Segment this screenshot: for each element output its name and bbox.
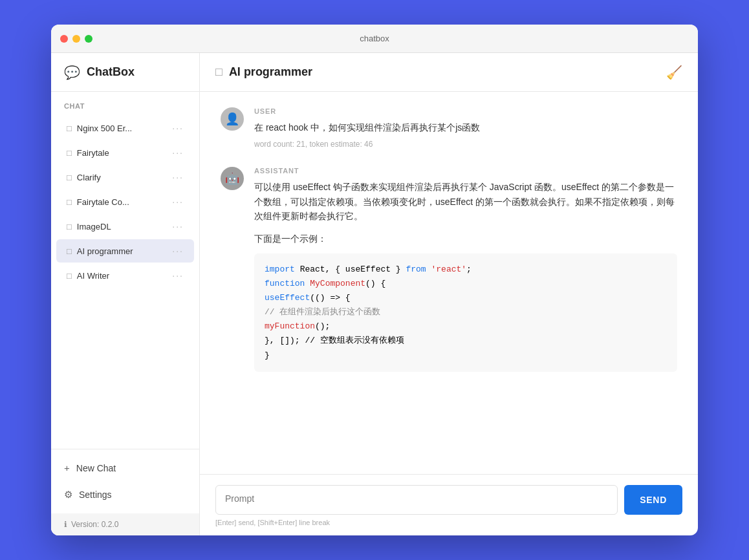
message-content-0: USER 在 react hook 中，如何实现组件渲染后再执行某个js函数 w… bbox=[254, 107, 677, 149]
version-bar: ℹ Version: 0.2.0 bbox=[51, 513, 199, 535]
chat-item-icon: □ bbox=[67, 124, 72, 133]
app-window: chatbox 💬 ChatBox CHAT □ Nginx 500 Er...… bbox=[51, 25, 698, 535]
message-1: 🤖 ASSISTANT 可以使用 useEffect 钩子函数来实现组件渲染后再… bbox=[221, 167, 677, 371]
maximize-dot[interactable] bbox=[85, 35, 92, 43]
window-controls bbox=[60, 35, 92, 43]
message-content-1: ASSISTANT 可以使用 useEffect 钩子函数来实现组件渲染后再执行… bbox=[254, 167, 677, 371]
chat-item-name: AI programmer bbox=[77, 246, 167, 256]
clear-chat-button[interactable]: 🧹 bbox=[666, 65, 682, 80]
code-line: } bbox=[265, 349, 667, 363]
chat-item-name: Clarify bbox=[77, 173, 167, 182]
gear-icon: ⚙ bbox=[64, 489, 72, 501]
new-chat-label: New Chat bbox=[76, 463, 116, 473]
close-dot[interactable] bbox=[60, 35, 68, 43]
chat-header-icon: □ bbox=[215, 65, 223, 79]
sidebar-item-clarify[interactable]: □ Clarify ··· bbox=[56, 166, 194, 189]
code-line: }, []); // 空数组表示没有依赖项 bbox=[265, 334, 667, 348]
app-name: ChatBox bbox=[87, 65, 135, 79]
settings-button[interactable]: ⚙ Settings bbox=[51, 481, 199, 508]
code-block: import React, { useEffect } from 'react'… bbox=[254, 253, 677, 372]
chat-item-icon: □ bbox=[67, 148, 72, 158]
main-panel: □ AI programmer 🧹 👤 USER 在 react hook 中，… bbox=[200, 53, 698, 535]
message-0: 👤 USER 在 react hook 中，如何实现组件渲染后再执行某个js函数… bbox=[221, 107, 677, 149]
chat-item-name: AI Writer bbox=[77, 271, 167, 281]
sidebar-bottom: + New Chat ⚙ Settings bbox=[51, 449, 199, 513]
chat-item-name: Fairytale Co... bbox=[77, 197, 167, 207]
new-chat-button[interactable]: + New Chat bbox=[51, 455, 199, 481]
message-meta: word count: 21, token estimate: 46 bbox=[254, 140, 677, 149]
sidebar-item-ai-programmer[interactable]: □ AI programmer ··· bbox=[56, 239, 194, 263]
settings-label: Settings bbox=[79, 490, 112, 500]
chat-item-menu[interactable]: ··· bbox=[172, 270, 184, 281]
sidebar-item-ai-writer[interactable]: □ AI Writer ··· bbox=[56, 264, 194, 287]
chat-item-menu[interactable]: ··· bbox=[172, 147, 184, 158]
code-line: useEffect(() => { bbox=[265, 291, 667, 305]
messages-area: 👤 USER 在 react hook 中，如何实现组件渲染后再执行某个js函数… bbox=[200, 92, 698, 474]
minimize-dot[interactable] bbox=[72, 35, 80, 43]
avatar-assistant: 🤖 bbox=[221, 167, 244, 190]
prompt-input[interactable] bbox=[215, 485, 618, 515]
message-role: ASSISTANT bbox=[254, 167, 677, 175]
plus-icon: + bbox=[64, 462, 70, 473]
avatar-user: 👤 bbox=[221, 107, 244, 131]
example-label: 下面是一个示例： bbox=[254, 232, 677, 246]
input-row: SEND bbox=[215, 485, 682, 515]
code-line: // 在组件渲染后执行这个函数 bbox=[265, 305, 667, 319]
chat-item-icon: □ bbox=[67, 246, 72, 256]
message-text: 在 react hook 中，如何实现组件渲染后再执行某个js函数 bbox=[254, 120, 677, 135]
chat-title: AI programmer bbox=[229, 65, 660, 79]
chat-header: □ AI programmer 🧹 bbox=[200, 53, 698, 92]
input-hint: [Enter] send, [Shift+Enter] line break bbox=[215, 519, 682, 530]
version-label: Version: 0.2.0 bbox=[71, 520, 118, 529]
chat-item-icon: □ bbox=[67, 271, 72, 281]
chat-item-icon: □ bbox=[67, 197, 72, 207]
code-line: myFunction(); bbox=[265, 319, 667, 334]
chat-item-menu[interactable]: ··· bbox=[172, 246, 184, 256]
titlebar: chatbox bbox=[51, 25, 698, 53]
input-area: SEND [Enter] send, [Shift+Enter] line br… bbox=[200, 474, 698, 535]
chat-section-label: CHAT bbox=[51, 92, 199, 115]
chat-item-menu[interactable]: ··· bbox=[172, 123, 184, 133]
chatbox-icon: 💬 bbox=[64, 65, 80, 80]
message-text: 可以使用 useEffect 钩子函数来实现组件渲染后再执行某个 JavaScr… bbox=[254, 180, 677, 223]
sidebar-item-nginx[interactable]: □ Nginx 500 Er... ··· bbox=[56, 116, 194, 140]
sidebar-item-fairytale[interactable]: □ Fairytale ··· bbox=[56, 141, 194, 164]
chat-item-menu[interactable]: ··· bbox=[172, 221, 184, 232]
chat-list: □ Nginx 500 Er... ··· □ Fairytale ··· □ … bbox=[51, 115, 199, 449]
chat-item-name: ImageDL bbox=[77, 222, 167, 232]
chat-item-icon: □ bbox=[67, 222, 72, 232]
chat-item-menu[interactable]: ··· bbox=[172, 197, 184, 207]
window-title: chatbox bbox=[360, 34, 389, 43]
code-line: import React, { useEffect } from 'react'… bbox=[265, 263, 667, 277]
sidebar-header: 💬 ChatBox bbox=[51, 53, 199, 92]
chat-item-icon: □ bbox=[67, 173, 72, 182]
chat-item-menu[interactable]: ··· bbox=[172, 172, 184, 182]
message-role: USER bbox=[254, 107, 677, 115]
sidebar-item-fairytale-co[interactable]: □ Fairytale Co... ··· bbox=[56, 190, 194, 213]
app-body: 💬 ChatBox CHAT □ Nginx 500 Er... ··· □ F… bbox=[51, 53, 698, 535]
info-icon: ℹ bbox=[64, 520, 67, 529]
chat-item-name: Nginx 500 Er... bbox=[77, 124, 167, 133]
sidebar-item-imagedl[interactable]: □ ImageDL ··· bbox=[56, 215, 194, 238]
code-line: function MyComponent() { bbox=[265, 277, 667, 291]
send-button[interactable]: SEND bbox=[624, 485, 682, 515]
sidebar: 💬 ChatBox CHAT □ Nginx 500 Er... ··· □ F… bbox=[51, 53, 200, 535]
chat-item-name: Fairytale bbox=[77, 148, 167, 158]
